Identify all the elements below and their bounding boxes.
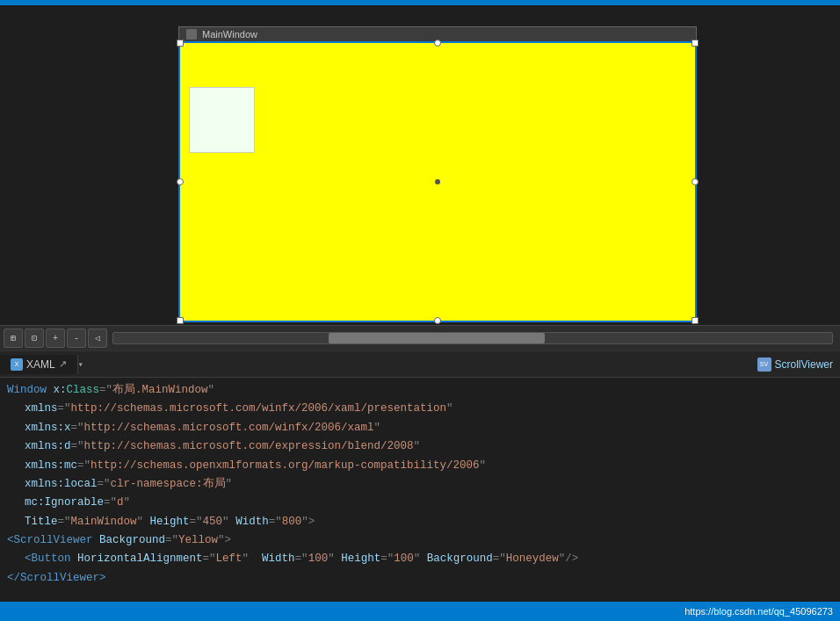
code-line-5: xmlns:mc="http://schemas.openxmlformats.…: [0, 457, 840, 475]
design-surface: MainWindow: [0, 5, 840, 325]
code-line-8: Title="MainWindow" Height="450" Width="8…: [0, 513, 840, 531]
center-dot: [435, 179, 440, 184]
code-ns-class: Class: [67, 382, 100, 399]
code-line-10: <Button HorizontalAlignment="Left" Width…: [0, 550, 840, 568]
scroll-viewer-tab[interactable]: SV ScrollViewer: [757, 357, 833, 372]
xaml-tab-icon: X: [11, 358, 23, 371]
horizontal-scrollbar[interactable]: [112, 332, 833, 344]
code-line-11: </ScrollViewer>: [0, 569, 840, 588]
main-window-title: MainWindow: [202, 29, 257, 40]
window-icon: [186, 29, 197, 40]
dropdown-arrow[interactable]: ▾: [78, 359, 83, 370]
code-attr-class: x:: [54, 382, 67, 399]
canvas-area: MainWindow: [0, 0, 840, 325]
bottom-toolbar: ⊞ ⊡ + - ◁: [0, 325, 840, 351]
snap-button[interactable]: ⊡: [25, 329, 44, 348]
scroll-viewer-icon: SV: [757, 357, 771, 372]
code-line-4: xmlns:d="http://schemas.microsoft.com/ex…: [0, 437, 840, 456]
handle-right[interactable]: [692, 178, 699, 185]
zoomout-button[interactable]: -: [67, 329, 86, 348]
code-area: Window x:Class="布局.MainWindow" xmlns="ht…: [0, 378, 840, 621]
export-icon[interactable]: ↗: [59, 358, 67, 370]
honeydew-button[interactable]: [189, 87, 255, 153]
handle-bottom-right[interactable]: [692, 317, 699, 324]
xaml-tab[interactable]: X XAML ↗: [0, 355, 78, 374]
code-tag-window: Window: [7, 382, 54, 399]
scrollbar-thumb[interactable]: [329, 333, 544, 343]
arrow-button[interactable]: ◁: [88, 329, 107, 348]
xaml-tab-area: X XAML ↗ ▾ SV ScrollViewer: [0, 351, 840, 378]
xaml-tab-label: XAML: [26, 358, 55, 371]
main-window-frame: MainWindow: [178, 26, 697, 322]
grid-button[interactable]: ⊞: [4, 329, 23, 348]
code-line-6: xmlns:local="clr-namespace:布局": [0, 475, 840, 494]
code-line-9: <ScrollViewer Background="Yellow">: [0, 531, 840, 550]
code-line-2: xmlns="http://schemas.microsoft.com/winf…: [0, 400, 840, 418]
status-url: https://blog.csdn.net/qq_45096273: [684, 606, 833, 617]
code-line-7: mc:Ignorable="d": [0, 494, 840, 512]
handle-left[interactable]: [177, 178, 184, 185]
handle-bottom[interactable]: [434, 317, 441, 324]
scroll-viewer-label: ScrollViewer: [775, 358, 833, 371]
zoomin-button[interactable]: +: [46, 329, 65, 348]
handle-top[interactable]: [434, 40, 441, 47]
status-bar: https://blog.csdn.net/qq_45096273: [0, 602, 840, 621]
handle-top-right[interactable]: [692, 40, 699, 47]
main-window-content[interactable]: [178, 41, 697, 322]
handle-top-left[interactable]: [177, 40, 184, 47]
handle-bottom-left[interactable]: [177, 317, 184, 324]
code-line-1: Window x:Class="布局.MainWindow": [0, 381, 840, 400]
code-line-3: xmlns:x="http://schemas.microsoft.com/wi…: [0, 419, 840, 437]
